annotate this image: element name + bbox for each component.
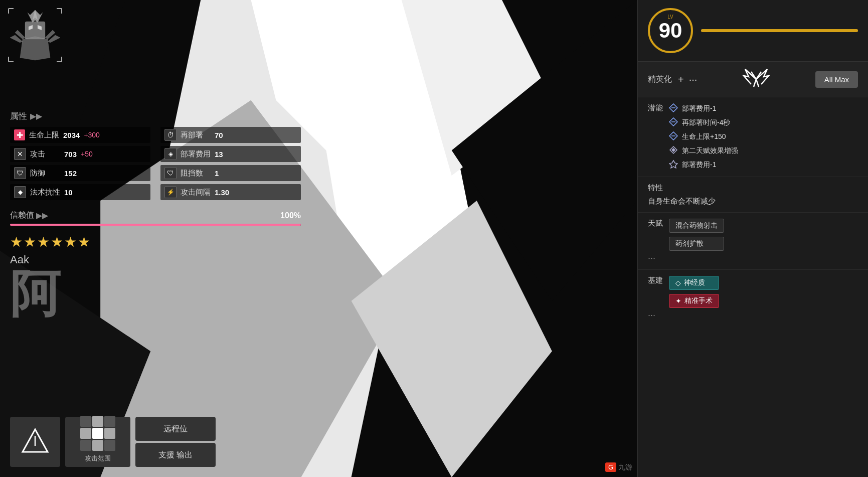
potential-label: 潜能 xyxy=(648,103,663,166)
hp-icon: ✚ xyxy=(14,129,25,140)
position-ranged[interactable]: 远程位 xyxy=(135,417,216,441)
attack-range-grid xyxy=(80,416,115,451)
trait-content: 自身生命会不断减少 xyxy=(648,197,858,206)
stat-def: 🛡 防御 152 xyxy=(10,165,150,181)
svg-marker-11 xyxy=(28,10,35,23)
elite-section: 精英化 + ··· xyxy=(638,61,868,97)
svg-marker-12 xyxy=(35,10,43,23)
base-icon-2: ✦ xyxy=(675,297,681,305)
res-icon: ◆ xyxy=(14,186,26,198)
cost-icon: ◈ xyxy=(164,148,177,160)
base-item-1[interactable]: ◇ 神经质 xyxy=(669,276,719,290)
talent-label: 天赋 xyxy=(648,219,663,228)
left-panel: 属性 ▶▶ ✚ 生命上限 2034 +300 ⏱ 再部署 70 xyxy=(0,0,637,477)
stat-res: ◆ 法术抗性 10 xyxy=(10,184,150,200)
trust-value: 100% xyxy=(280,211,301,220)
potential-item-3: 生命上限+150 xyxy=(669,131,738,142)
level-section: LV 90 xyxy=(638,0,868,61)
grid-cell-1 xyxy=(80,416,91,427)
svg-marker-25 xyxy=(671,148,675,152)
level-bar-fill xyxy=(701,29,858,32)
potential-icon-2 xyxy=(669,117,678,128)
attr-label: 属性 ▶▶ xyxy=(10,110,301,122)
potential-icon-5 xyxy=(669,160,678,171)
character-icon xyxy=(5,5,65,65)
potential-section: 潜能 部署费用-1 再部署时间-4秒 xyxy=(638,97,868,177)
base-label: 基建 xyxy=(648,276,663,285)
stat-aspd: ⚡ 攻击间隔 1.30 xyxy=(160,184,301,200)
attack-range-label: 攻击范围 xyxy=(85,454,111,463)
elite-icon-area xyxy=(703,67,809,92)
base-icon-1: ◇ xyxy=(675,279,681,287)
stat-block: 🛡 阻挡数 1 xyxy=(160,165,301,181)
trust-header: 信赖值 ▶▶ 100% xyxy=(10,210,301,221)
grid-cell-7 xyxy=(80,440,91,451)
position-buttons: 远程位 支援 输出 xyxy=(135,417,216,467)
elite-plus-button[interactable]: + xyxy=(678,74,684,85)
potential-item-5: 部署费用-1 xyxy=(669,160,738,171)
talent-item-1[interactable]: 混合药物射击 xyxy=(669,219,724,233)
grid-cell-8 xyxy=(92,440,103,451)
trust-fill xyxy=(10,224,301,226)
potential-item-2: 再部署时间-4秒 xyxy=(669,117,738,128)
elite-dots-button[interactable]: ··· xyxy=(689,74,698,85)
right-panel: LV 90 精英化 + ··· xyxy=(637,0,868,477)
trust-section: 信赖值 ▶▶ 100% xyxy=(10,210,301,226)
potential-icon-4 xyxy=(669,145,678,156)
grid-cell-5 xyxy=(92,428,103,439)
potential-row: 潜能 部署费用-1 再部署时间-4秒 xyxy=(648,103,858,171)
talent-header: 天赋 混合药物射击 药剂扩散 xyxy=(648,219,858,251)
stars: ★★★★★★ xyxy=(10,234,301,250)
def-icon: 🛡 xyxy=(14,167,26,179)
base-list: ◇ 神经质 ✦ 精准手术 xyxy=(669,276,719,308)
stat-redeploy: ⏱ 再部署 70 xyxy=(160,127,301,143)
grid-cell-2 xyxy=(92,416,103,427)
grid-cell-6 xyxy=(104,428,115,439)
trust-bar xyxy=(10,224,301,226)
grid-cell-9 xyxy=(104,440,115,451)
base-section: 基建 ◇ 神经质 ✦ 精准手术 ··· xyxy=(638,269,868,327)
main-container: 属性 ▶▶ ✚ 生命上限 2034 +300 ⏱ 再部署 70 xyxy=(0,0,868,477)
svg-marker-26 xyxy=(669,161,677,168)
char-name-cn: 阿 xyxy=(10,268,301,319)
grid-cell-3 xyxy=(104,416,115,427)
potential-list: 部署费用-1 再部署时间-4秒 生命上限+150 xyxy=(669,103,738,171)
talent-list: 混合药物射击 药剂扩散 xyxy=(669,219,724,251)
potential-icon-3 xyxy=(669,131,678,142)
class-icon-button[interactable] xyxy=(10,417,60,467)
talent-more[interactable]: ··· xyxy=(648,253,858,263)
trust-label: 信赖值 ▶▶ xyxy=(10,210,48,221)
talent-section: 天赋 混合药物射击 药剂扩散 ··· xyxy=(638,212,868,269)
level-number: 90 xyxy=(659,20,682,41)
char-name-en: Aak xyxy=(10,253,301,266)
base-item-2[interactable]: ✦ 精准手术 xyxy=(669,294,719,308)
level-lv-text: LV xyxy=(667,14,673,20)
all-max-button[interactable]: All Max xyxy=(815,71,858,88)
position-role[interactable]: 支援 输出 xyxy=(135,443,216,467)
level-circle: LV 90 xyxy=(648,8,693,53)
trait-label: 特性 xyxy=(648,183,858,193)
potential-icon-1 xyxy=(669,103,678,114)
redeploy-icon: ⏱ xyxy=(164,129,177,141)
bottom-buttons: 攻击范围 远程位 支援 输出 xyxy=(10,417,216,467)
grid-cell-4 xyxy=(80,428,91,439)
stats-grid: ✚ 生命上限 2034 +300 ⏱ 再部署 70 ✕ 攻击 703 +50 xyxy=(10,127,301,200)
base-header: 基建 ◇ 神经质 ✦ 精准手术 xyxy=(648,276,858,308)
atk-icon: ✕ xyxy=(14,148,26,160)
stat-cost: ◈ 部署费用 13 xyxy=(160,146,301,162)
elite-icon xyxy=(741,67,771,92)
potential-item-1: 部署费用-1 xyxy=(669,103,738,114)
level-bar xyxy=(701,29,858,32)
stats-overlay: 属性 ▶▶ ✚ 生命上限 2034 +300 ⏱ 再部署 70 xyxy=(10,110,301,324)
stat-atk: ✕ 攻击 703 +50 xyxy=(10,146,150,162)
aspd-icon: ⚡ xyxy=(164,186,177,198)
attack-range-button[interactable]: 攻击范围 xyxy=(65,417,130,467)
stat-hp: ✚ 生命上限 2034 +300 xyxy=(10,127,150,143)
potential-item-4: 第二天赋效果增强 xyxy=(669,145,738,156)
block-icon: 🛡 xyxy=(164,167,177,179)
watermark: G 九游 xyxy=(605,462,632,472)
base-more[interactable]: ··· xyxy=(648,310,858,321)
elite-label: 精英化 xyxy=(648,74,672,85)
talent-item-2[interactable]: 药剂扩散 xyxy=(669,237,724,251)
elite-controls: + ··· xyxy=(678,74,697,85)
